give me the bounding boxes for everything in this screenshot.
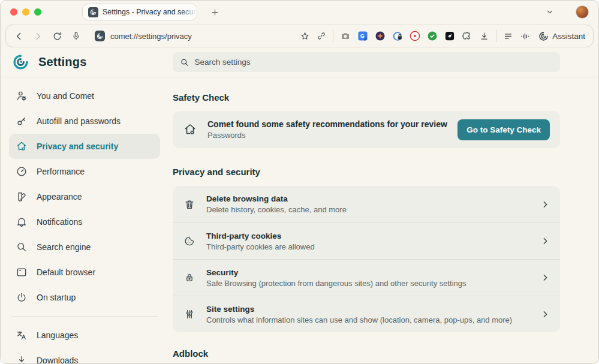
video-play-extension-icon[interactable] (410, 31, 420, 41)
privacy-lock-extension-icon[interactable] (392, 31, 403, 41)
row-site-settings[interactable]: Site settings Controls what information … (173, 296, 560, 332)
chevron-right-icon (540, 236, 550, 246)
toolbar-divider (333, 30, 333, 42)
reading-list-icon[interactable] (503, 31, 513, 41)
privacy-home-icon (16, 140, 28, 152)
zoom-window-button[interactable] (34, 8, 41, 16)
search-icon (16, 241, 28, 253)
back-button[interactable] (14, 31, 24, 41)
voice-waveform-icon[interactable] (520, 31, 530, 41)
cookie-icon (183, 235, 196, 247)
sidebar-item-downloads[interactable]: Downloads (9, 348, 160, 364)
toolbar-divider (496, 30, 496, 42)
comet-site-icon (95, 31, 105, 41)
row-subtitle: Safe Browsing (protection from dangerous… (206, 279, 530, 288)
titlebar: Settings - Privacy and secur (1, 1, 598, 23)
extensions-puzzle-icon[interactable] (462, 31, 472, 41)
sidebar-item-you-and-comet[interactable]: You and Comet (9, 83, 160, 109)
screenshot-camera-icon[interactable] (340, 31, 351, 41)
speedometer-icon (16, 166, 28, 178)
safety-check-detail: Passwords (207, 131, 447, 140)
adblock-heading: Adblock (173, 348, 560, 359)
privacy-rows-card: Delete browsing data Delete history, coo… (173, 186, 560, 332)
sidebar-item-performance[interactable]: Performance (9, 159, 160, 184)
row-third-party-cookies[interactable]: Third-party cookies Third-party cookies … (173, 222, 560, 259)
assistant-button[interactable]: Assistant (538, 31, 585, 41)
url-text: comet://settings/privacy (110, 32, 192, 41)
compass-extension-icon[interactable] (375, 31, 386, 41)
lock-icon (183, 272, 196, 284)
assistant-label: Assistant (552, 32, 585, 41)
close-window-button[interactable] (10, 8, 17, 16)
translate-extension-icon[interactable]: G (357, 31, 368, 41)
sidebar-item-label: Languages (37, 330, 78, 340)
send-extension-icon[interactable] (444, 31, 455, 41)
sidebar-item-autofill[interactable]: Autofill and passwords (9, 109, 160, 134)
translate-icon (16, 329, 28, 341)
row-subtitle: Controls what information sites can use … (206, 315, 530, 324)
safety-check-card: Comet found some safety recommendations … (173, 111, 560, 148)
tab-settings[interactable]: Settings - Privacy and secur (82, 4, 197, 20)
tab-search-chevron-icon[interactable] (546, 8, 554, 16)
power-icon (16, 291, 28, 303)
sliders-icon (183, 308, 196, 320)
sidebar-divider (11, 316, 158, 317)
search-settings-bar[interactable] (173, 52, 560, 72)
swatchbook-icon (16, 191, 28, 203)
search-icon (180, 58, 189, 67)
sidebar-item-privacy[interactable]: Privacy and security (9, 134, 160, 159)
toolbar: comet://settings/privacy G (5, 25, 594, 47)
sidebar-item-notifications[interactable]: Notifications (9, 209, 160, 234)
row-delete-browsing-data[interactable]: Delete browsing data Delete history, coo… (173, 186, 560, 222)
sidebar-item-on-startup[interactable]: On startup (9, 285, 160, 310)
download-icon (16, 354, 28, 364)
sidebar-item-label: Autofill and passwords (37, 116, 121, 126)
reload-button[interactable] (52, 31, 62, 41)
downloads-toolbar-icon[interactable] (479, 31, 489, 41)
privacy-section-heading: Privacy and security (173, 167, 560, 177)
profile-avatar[interactable] (576, 5, 589, 19)
bell-icon (16, 216, 28, 228)
sidebar-item-label: On startup (37, 293, 76, 302)
row-subtitle: Third-party cookies are allowed (206, 242, 530, 251)
sidebar-item-appearance[interactable]: Appearance (9, 184, 160, 209)
settings-scroll-area[interactable]: Safety Check Comet found some safety rec… (168, 77, 598, 363)
page-title: Settings (38, 55, 87, 69)
settings-sidebar: Settings You and Comet Autofill and pass… (1, 47, 168, 363)
go-to-safety-check-button[interactable]: Go to Safety Check (457, 119, 550, 140)
sidebar-item-label: Appearance (37, 192, 82, 201)
traffic-lights (10, 8, 41, 16)
row-title: Third-party cookies (206, 231, 530, 240)
chevron-right-icon (540, 200, 550, 209)
sidebar-item-label: Privacy and security (37, 142, 118, 151)
person-gear-icon (16, 90, 28, 102)
minimize-window-button[interactable] (22, 8, 29, 16)
main-header (168, 47, 598, 77)
sidebar-item-languages[interactable]: Languages (9, 323, 160, 348)
comet-logo-icon (13, 54, 29, 70)
search-settings-input[interactable] (194, 58, 553, 67)
sidebar-item-label: Search engine (37, 242, 91, 252)
browser-window: Settings - Privacy and secur (0, 0, 599, 364)
check-extension-icon[interactable] (427, 31, 438, 41)
bookmark-star-icon[interactable] (300, 31, 310, 41)
trash-icon (183, 198, 196, 210)
browser-window-icon (16, 266, 28, 278)
svg-text:G: G (360, 33, 365, 39)
new-tab-button[interactable] (210, 8, 219, 17)
sidebar-item-label: Default browser (37, 267, 95, 277)
chevron-right-icon (540, 309, 550, 319)
forward-button[interactable] (33, 31, 43, 41)
copy-link-icon[interactable] (317, 31, 326, 41)
sidebar-header: Settings (1, 47, 168, 77)
row-title: Delete browsing data (206, 194, 530, 203)
sidebar-item-label: You and Comet (37, 91, 94, 101)
comet-favicon-icon (88, 7, 98, 17)
row-security[interactable]: Security Safe Browsing (protection from … (173, 259, 560, 296)
sidebar-item-default-browser[interactable]: Default browser (9, 260, 160, 285)
address-bar[interactable]: comet://settings/privacy (95, 31, 192, 41)
sidebar-item-search-engine[interactable]: Search engine (9, 234, 160, 260)
safety-check-heading: Safety Check (173, 92, 560, 103)
voice-search-mic-icon[interactable] (71, 31, 81, 41)
row-subtitle: Delete history, cookies, cache, and more (206, 205, 530, 214)
